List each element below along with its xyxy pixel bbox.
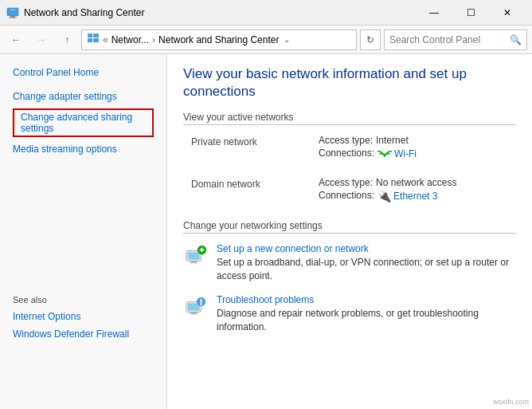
private-network-info: Access type: Internet Connections: xyxy=(319,135,417,161)
sidebar-item-internet-options[interactable]: Internet Options xyxy=(0,308,166,325)
domain-network-info: Access type: No network access Connectio… xyxy=(319,177,456,204)
svg-point-7 xyxy=(384,155,385,156)
app-icon xyxy=(6,6,19,19)
window-title: Network and Sharing Center xyxy=(24,7,416,18)
svg-rect-2 xyxy=(9,18,17,18)
ethernet-label: Ethernet 3 xyxy=(393,191,437,202)
sidebar-item-media[interactable]: Media streaming options xyxy=(0,140,166,158)
sidebar-item-adapter[interactable]: Change adapter settings xyxy=(0,88,166,105)
svg-rect-18 xyxy=(190,313,198,314)
domain-access-label: Access type: xyxy=(319,177,373,188)
breadcrumb-icon xyxy=(87,32,100,47)
refresh-button[interactable]: ↻ xyxy=(360,29,381,50)
address-path-bar[interactable]: « Networ... › Network and Sharing Center… xyxy=(81,29,357,50)
wifi-label: Wi-Fi xyxy=(394,148,417,159)
forward-button[interactable]: → xyxy=(30,29,53,51)
svg-rect-10 xyxy=(190,262,196,263)
private-connections-row: Connections: Wi-Fi xyxy=(319,147,417,159)
title-bar: Network and Sharing Center — ☐ ✕ xyxy=(0,0,532,26)
svg-rect-6 xyxy=(93,38,99,42)
domain-connections-label: Connections: xyxy=(319,190,374,203)
breadcrumb-current[interactable]: Network and Sharing Center xyxy=(158,34,279,45)
domain-access-value: No network access xyxy=(376,177,456,188)
address-bar: ← → ↑ « Networ... › Network and Sharing … xyxy=(0,26,532,54)
svg-rect-1 xyxy=(10,16,15,18)
new-connection-text: Set up a new connection or network Set u… xyxy=(217,243,516,283)
domain-network-name: Domain network xyxy=(191,177,319,190)
up-button[interactable]: ↑ xyxy=(56,29,78,51)
svg-rect-5 xyxy=(93,33,99,37)
see-also-label: See also xyxy=(0,285,166,308)
domain-connections-row: Connections: 🔌 Ethernet 3 xyxy=(319,190,456,203)
breadcrumb-sep1: « xyxy=(103,34,108,45)
breadcrumb-sep2: › xyxy=(152,34,155,45)
main-layout: Control Panel Home Change adapter settin… xyxy=(0,54,532,409)
active-networks-header: View your active networks xyxy=(183,112,516,125)
chevron-down-icon: ⌄ xyxy=(284,35,290,44)
troubleshoot-item: Troubleshoot problems Diagnose and repai… xyxy=(183,294,516,334)
content-area: View your basic network information and … xyxy=(167,54,532,409)
sidebar-item-sharing[interactable]: Change advanced sharing settings xyxy=(13,108,154,137)
domain-network-item: Domain network Access type: No network a… xyxy=(183,177,516,204)
search-icon: 🔍 xyxy=(510,34,522,45)
new-connection-desc: Set up a broadband, dial-up, or VPN conn… xyxy=(217,257,509,281)
domain-access-type-row: Access type: No network access xyxy=(319,177,456,188)
private-connections-value[interactable]: Wi-Fi xyxy=(377,147,417,159)
wifi-icon xyxy=(377,147,392,159)
search-box[interactable]: 🔍 xyxy=(384,29,527,50)
svg-rect-3 xyxy=(88,33,92,37)
private-access-label: Access type: xyxy=(319,135,373,146)
troubleshoot-icon xyxy=(183,294,209,320)
domain-connections-value[interactable]: 🔌 Ethernet 3 xyxy=(377,190,437,203)
svg-rect-17 xyxy=(190,312,196,313)
search-input[interactable] xyxy=(389,34,510,45)
new-connection-link[interactable]: Set up a new connection or network xyxy=(217,243,516,254)
private-connections-label: Connections: xyxy=(319,147,374,159)
watermark: wsxdn.com xyxy=(493,398,529,406)
close-button[interactable]: ✕ xyxy=(489,0,526,26)
svg-rect-9 xyxy=(188,253,200,260)
sidebar: Control Panel Home Change adapter settin… xyxy=(0,54,167,409)
svg-rect-11 xyxy=(190,263,198,264)
troubleshoot-link[interactable]: Troubleshoot problems xyxy=(217,294,516,305)
sidebar-item-home[interactable]: Control Panel Home xyxy=(0,64,166,81)
private-access-value: Internet xyxy=(376,135,409,146)
window-controls: — ☐ ✕ xyxy=(416,0,526,26)
new-connection-item: Set up a new connection or network Set u… xyxy=(183,243,516,283)
svg-point-20 xyxy=(201,304,202,305)
maximize-button[interactable]: ☐ xyxy=(452,0,489,26)
private-access-type-row: Access type: Internet xyxy=(319,135,417,146)
ethernet-icon: 🔌 xyxy=(377,190,391,203)
troubleshoot-desc: Diagnose and repair network problems, or… xyxy=(217,308,479,332)
private-network-item: Private network Access type: Internet Co… xyxy=(183,135,516,161)
svg-rect-4 xyxy=(88,38,92,42)
page-title: View your basic network information and … xyxy=(183,65,516,100)
minimize-button[interactable]: — xyxy=(416,0,452,26)
new-connection-icon xyxy=(183,243,209,269)
private-network-name: Private network xyxy=(191,135,319,147)
breadcrumb-network[interactable]: Networ... xyxy=(111,34,149,45)
back-button[interactable]: ← xyxy=(5,29,27,51)
troubleshoot-text: Troubleshoot problems Diagnose and repai… xyxy=(217,294,516,334)
change-networking-header: Change your networking settings xyxy=(183,220,516,234)
sidebar-item-firewall[interactable]: Windows Defender Firewall xyxy=(0,325,166,343)
